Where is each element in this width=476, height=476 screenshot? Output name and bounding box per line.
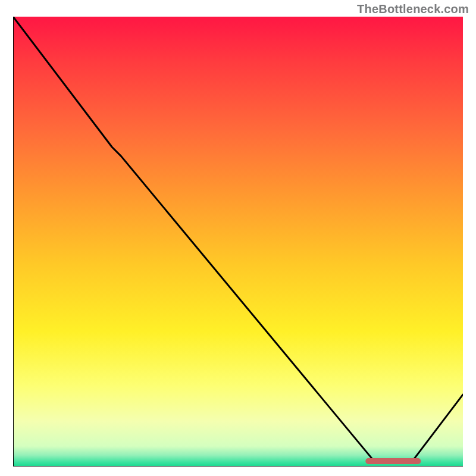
- plot-area: [13, 17, 463, 466]
- bottleneck-curve: [13, 17, 463, 462]
- axes-frame: [13, 17, 463, 466]
- chart-stage: TheBottleneck.com: [0, 0, 476, 476]
- chart-overlay: [13, 17, 463, 466]
- watermark-text: TheBottleneck.com: [357, 2, 469, 16]
